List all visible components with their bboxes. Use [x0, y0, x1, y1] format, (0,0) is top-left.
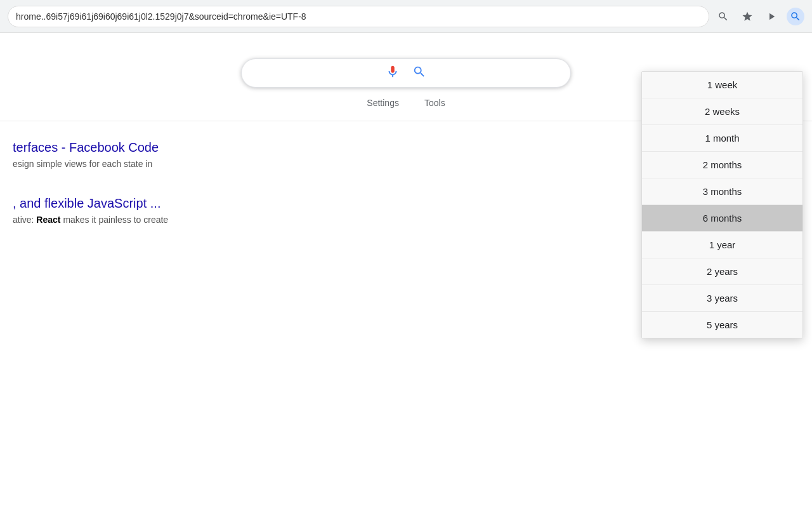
tools-link[interactable]: Tools — [424, 98, 445, 108]
main-content: Settings Tools terfaces - Facebook Code … — [0, 33, 812, 508]
dropdown-item-5[interactable]: 3 months — [642, 178, 802, 205]
address-input[interactable]: hrome..69i57j69i61j69i60j69i61j0l2.1529j… — [8, 6, 709, 27]
dropdown-item-4[interactable]: 2 months — [642, 152, 802, 178]
search-box[interactable] — [241, 58, 571, 88]
dropdown-item-3[interactable]: 1 month — [642, 125, 802, 152]
result-title-1[interactable]: terfaces - Facebook Code — [13, 140, 159, 154]
result-title-2[interactable]: , and flexible JavaScript ... — [13, 196, 160, 210]
dropdown-item-9[interactable]: 3 years — [642, 285, 802, 312]
dropdown-item-8[interactable]: 2 years — [642, 258, 802, 285]
dropdown-menu: 1 week2 weeks1 month2 months3 months6 mo… — [641, 71, 803, 338]
desc-text-2: ative: React makes it painless to create — [13, 215, 168, 225]
dropdown-item-6[interactable]: 6 months — [642, 205, 802, 232]
address-icons — [714, 8, 804, 25]
play-icon[interactable] — [763, 8, 780, 25]
zoom-icon[interactable] — [714, 8, 732, 25]
search-tools: Settings Tools — [367, 98, 445, 108]
search-icon-active[interactable] — [787, 8, 804, 25]
star-icon[interactable] — [738, 8, 756, 25]
search-icon[interactable] — [412, 65, 426, 81]
dropdown-item-10[interactable]: 5 years — [642, 312, 802, 338]
dropdown-item-2[interactable]: 2 weeks — [642, 98, 802, 125]
mic-icon[interactable] — [386, 65, 400, 81]
settings-link[interactable]: Settings — [367, 98, 399, 108]
dropdown-item-7[interactable]: 1 year — [642, 232, 802, 258]
address-text: hrome..69i57j69i61j69i60j69i61j0l2.1529j… — [16, 11, 306, 22]
address-bar: hrome..69i57j69i61j69i60j69i61j0l2.1529j… — [0, 0, 812, 33]
dropdown-item-1[interactable]: 1 week — [642, 72, 802, 98]
